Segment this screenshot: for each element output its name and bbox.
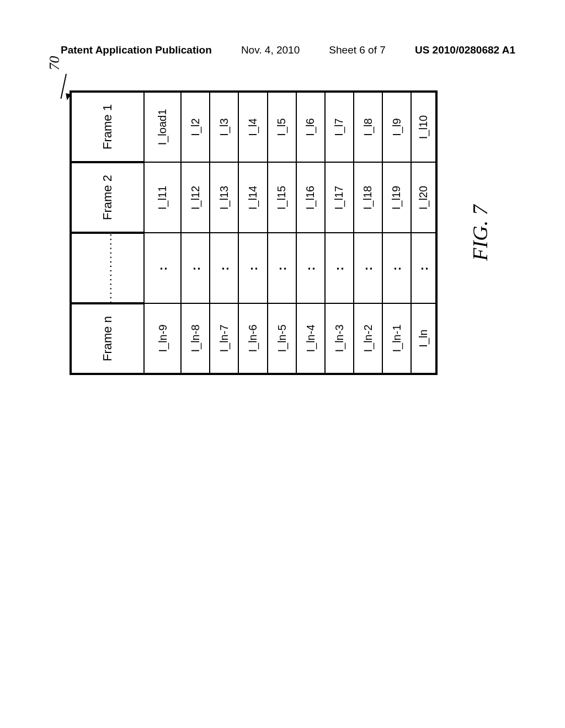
cell-label: I_load1	[156, 109, 169, 146]
cell-label: :	[332, 265, 347, 270]
cell-label: I_l6	[304, 118, 317, 136]
cell-label: I_ln-1	[390, 324, 403, 352]
table-cell: :	[181, 233, 210, 303]
table-row: ................ : : : : : : : : : :	[71, 233, 436, 303]
row-header-label: Frame 2	[100, 175, 115, 220]
table-cell: I_load1	[144, 92, 182, 162]
cell-label: :	[390, 265, 404, 270]
table-cell: I_l9	[382, 92, 411, 162]
table-cell: I_l18	[354, 162, 382, 233]
table-row: Frame n I_ln-9 I_ln-8 I_ln-7 I_ln-6 I_ln…	[71, 303, 436, 374]
table-cell: I_l12	[181, 162, 210, 233]
cell-label: I_ln-7	[218, 324, 231, 352]
cell-label: I_l20	[417, 185, 430, 209]
row-header: Frame 2	[71, 162, 144, 233]
table-cell: :	[238, 233, 267, 303]
table-cell: I_l16	[296, 162, 325, 233]
frame-table: Frame 1 I_load1 I_l2 I_l3 I_l4 I_l5 I_l6…	[70, 90, 438, 375]
cell-label: :	[217, 265, 231, 270]
row-header-label: ................	[100, 232, 115, 304]
row-header: Frame n	[71, 303, 144, 374]
table-cell: :	[382, 233, 411, 303]
table-cell: :	[411, 233, 436, 303]
table-cell: I_l4	[238, 92, 267, 162]
cell-label: :	[188, 265, 202, 270]
table-cell: I_ln-3	[325, 303, 354, 374]
table-cell: I_l19	[382, 162, 411, 233]
cell-label: I_l3	[218, 118, 231, 136]
table-cell: I_l6	[296, 92, 325, 162]
cell-label: :	[361, 265, 375, 270]
table-cell: :	[354, 233, 382, 303]
row-header: Frame 1	[71, 92, 144, 162]
table-cell: I_ln-6	[238, 303, 267, 374]
table-row: Frame 1 I_load1 I_l2 I_l3 I_l4 I_l5 I_l6…	[71, 92, 436, 162]
cell-label: I_ln-3	[333, 324, 345, 352]
table-cell: I_l20	[411, 162, 436, 233]
cell-label: I_l2	[189, 118, 202, 136]
header-sheet: Sheet 6 of 7	[329, 44, 385, 56]
cell-label: I_l14	[247, 185, 259, 209]
table-cell: I_ln-8	[181, 303, 210, 374]
table-cell: :	[296, 233, 325, 303]
table-wrapper: 70 Frame 1 I_load1 I_l2 I_l3 I_l4 I_l5 I…	[70, 90, 438, 375]
cell-label: :	[246, 265, 260, 270]
cell-label: :	[275, 265, 289, 270]
table-cell: I_l14	[238, 162, 267, 233]
cell-label: I_l5	[275, 118, 288, 136]
table-cell: I_l7	[325, 92, 354, 162]
cell-label: I_l16	[304, 185, 317, 209]
reference-number-value: 70	[46, 56, 62, 71]
table-cell: I_l17	[325, 162, 354, 233]
cell-label: I_ln-2	[361, 324, 374, 352]
cell-label: I_ln-8	[189, 324, 202, 352]
table-cell: I_ln-2	[354, 303, 382, 374]
cell-label: I_l11	[156, 185, 169, 209]
table-cell: I_ln-5	[268, 303, 296, 374]
table-cell: I_ln-4	[296, 303, 325, 374]
cell-label: :	[416, 265, 430, 270]
table-row: Frame 2 I_l11 I_l12 I_l13 I_l14 I_l15 I_…	[71, 162, 436, 233]
table-cell: I_ln-1	[382, 303, 411, 374]
table-cell: :	[144, 233, 182, 303]
table-cell: I_l10	[411, 92, 436, 162]
table-cell: I_l15	[268, 162, 296, 233]
table-cell: I_l2	[181, 92, 210, 162]
cell-label: I_l8	[361, 118, 374, 136]
table-cell: :	[210, 233, 238, 303]
cell-label: I_l7	[333, 118, 345, 136]
header-date: Nov. 4, 2010	[241, 44, 300, 56]
cell-label: I_ln-9	[156, 324, 169, 352]
table-cell: I_l11	[144, 162, 182, 233]
row-header-label: Frame 1	[100, 104, 115, 149]
row-header-label: Frame n	[100, 316, 115, 361]
table-cell: I_ln	[411, 303, 436, 374]
cell-label: I_ln-6	[247, 324, 259, 352]
cell-label: :	[303, 265, 318, 270]
cell-label: I_l13	[218, 185, 231, 209]
cell-label: I_l9	[390, 118, 403, 136]
reference-number: 70	[46, 33, 96, 99]
cell-label: I_ln	[417, 329, 430, 347]
cell-label: I_l12	[189, 185, 202, 209]
cell-label: I_l15	[275, 185, 288, 209]
cell-label: I_l19	[390, 185, 403, 209]
table-cell: I_l8	[354, 92, 382, 162]
cell-label: I_ln-5	[275, 324, 288, 352]
table-cell: :	[268, 233, 296, 303]
table-cell: :	[325, 233, 354, 303]
table-cell: I_ln-9	[144, 303, 182, 374]
cell-label: I_l18	[361, 185, 374, 209]
table-cell: I_l5	[268, 92, 296, 162]
cell-label: I_l10	[417, 115, 430, 139]
cell-label: I_ln-4	[304, 324, 317, 352]
figure-caption: FIG. 7	[468, 205, 492, 260]
header-docnum: US 2010/0280682 A1	[415, 44, 515, 56]
cell-label: :	[156, 265, 170, 270]
figure-area: 70 Frame 1 I_load1 I_l2 I_l3 I_l4 I_l5 I…	[70, 90, 495, 375]
table-cell: I_ln-7	[210, 303, 238, 374]
cell-label: I_l4	[247, 118, 259, 136]
table-cell: I_l13	[210, 162, 238, 233]
cell-label: I_l17	[333, 185, 345, 209]
table-cell: I_l3	[210, 92, 238, 162]
